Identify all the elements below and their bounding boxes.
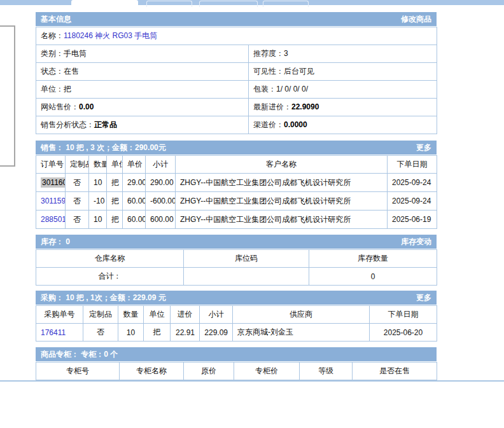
col-counter-name: 专柜名称 (120, 362, 184, 380)
web-price-value: 0.00 (79, 102, 94, 111)
sales-analysis-value: 正常品 (94, 120, 117, 129)
recommend-label: 推荐度： (253, 49, 284, 58)
status-cell: 状态：在售 (36, 63, 249, 81)
sales-summary: 销售： 10 把 , 3 次；金额：290.00元 (41, 142, 166, 153)
col-grade: 等级 (300, 362, 353, 380)
col-counter-no: 专柜号 (36, 362, 120, 380)
col-original-price: 原价 (184, 362, 234, 380)
counter-header: 商品专柜： 专柜：0 个 (36, 347, 437, 361)
inventory-total-row: 合计： 0 (36, 268, 437, 286)
col-price: 单价 (123, 156, 146, 174)
inventory-summary: 库存： 0 (41, 237, 70, 247)
tab-outline-2[interactable] (199, 1, 258, 7)
subtotal-cell: 600.00 (146, 211, 176, 229)
edit-product-link[interactable]: 修改商品 (401, 14, 431, 25)
channel-price-cell: 渠道价：0.0000 (249, 116, 437, 134)
tab-outline-1[interactable] (146, 1, 192, 7)
inventory-changes-link[interactable]: 库存变动 (401, 237, 431, 247)
col-date: 下单日期 (370, 306, 437, 324)
recommend-value: 3 (284, 49, 288, 58)
purchase-header: 采购： 10 把 , 1次；金额：229.09 元 更多 (36, 291, 437, 305)
table-row: 名称：1180246 神火 RG03 手电筒 (36, 27, 437, 45)
category-value: 手电筒 (64, 49, 87, 58)
purchase-more-link[interactable]: 更多 (416, 293, 431, 303)
visibility-value: 后台可见 (284, 67, 314, 76)
sales-row: 301160 否 10 把 29.00 290.00 ZHGY--中国航空工业集… (36, 174, 437, 192)
sales-analysis-cell: 销售分析状态：正常品 (36, 116, 249, 134)
sales-header: 销售： 10 把 , 3 次；金额：290.00元 更多 (36, 141, 437, 155)
qty-cell: -10 (89, 192, 107, 211)
table-row: 状态：在售 可见性：后台可见 (36, 63, 437, 81)
date-cell: 2025-09-24 (388, 174, 437, 192)
po-no-cell: 176411 (36, 324, 83, 342)
custom-cell: 否 (83, 324, 118, 342)
tab-active[interactable] (71, 0, 138, 5)
subtotal-cell: -600.00 (146, 192, 176, 211)
table-row: 单位：把 包装：1/ 0/ 0/ 0/ (36, 81, 437, 99)
sales-row: 301159 否 -10 把 60.00 -600.00 ZHGY--中国航空工… (36, 192, 437, 211)
col-qty: 数量 (89, 156, 107, 174)
inventory-table: 仓库名称 库位码 库存数量 合计： 0 (36, 249, 437, 286)
basic-info-table: 名称：1180246 神火 RG03 手电筒 类别：手电筒 推荐度：3 状态：在… (36, 27, 437, 134)
basic-info-header: 基本信息 修改商品 (36, 12, 437, 26)
sales-analysis-label: 销售分析状态： (41, 120, 94, 129)
purchase-table: 采购单号 定制品 数量 单位 进价 小计 供应商 下单日期 176411 否 1… (36, 305, 437, 342)
custom-cell: 否 (66, 174, 89, 192)
counter-header-row: 专柜号 专柜名称 原价 专柜价 等级 是否在售 (36, 362, 437, 380)
status-value: 在售 (64, 67, 79, 76)
counter-summary: 商品专柜： 专柜：0 个 (41, 349, 118, 360)
package-label: 包装： (253, 85, 276, 93)
col-date: 下单日期 (388, 156, 437, 174)
col-custom: 定制品 (66, 156, 89, 174)
col-qty: 数量 (118, 306, 144, 324)
counter-table: 专柜号 专柜名称 原价 专柜价 等级 是否在售 (36, 362, 437, 380)
inventory-header-row: 仓库名称 库位码 库存数量 (36, 250, 437, 268)
col-on-sale: 是否在售 (353, 362, 437, 380)
price-cell: 60.00 (123, 211, 146, 229)
visibility-cell: 可见性：后台可见 (249, 63, 437, 81)
unit-cell: 把 (107, 211, 123, 229)
top-tab-strip (0, 0, 504, 5)
po-no-link[interactable]: 176411 (41, 328, 66, 337)
table-row: 网站售价：0.00 最新进价：22.9090 (36, 99, 437, 116)
subtotal-cell: 229.09 (200, 324, 233, 342)
qty-cell: 10 (118, 324, 144, 342)
inventory-header: 库存： 0 库存变动 (36, 235, 437, 249)
sales-more-link[interactable]: 更多 (416, 142, 431, 153)
channel-price-label: 渠道价： (253, 120, 284, 129)
total-label-cell: 合计： (36, 268, 184, 286)
col-location: 库位码 (184, 250, 309, 268)
date-cell: 2025-06-19 (388, 211, 437, 229)
qty-cell: 10 (89, 211, 107, 229)
table-row: 销售分析状态：正常品 渠道价：0.0000 (36, 116, 437, 134)
order-no-selected[interactable]: 301160 (41, 177, 66, 188)
col-subtotal: 小计 (200, 306, 233, 324)
col-customer: 客户名称 (176, 156, 388, 174)
product-name-link[interactable]: 1180246 神火 RG03 手电筒 (64, 31, 157, 40)
supplier-cell: 京东商城-刘金玉 (233, 324, 370, 342)
price-cell: 29.00 (123, 174, 146, 192)
date-cell: 2025-09-24 (388, 192, 437, 211)
col-custom: 定制品 (83, 306, 118, 324)
product-name-cell: 名称：1180246 神火 RG03 手电筒 (36, 27, 437, 45)
order-no-link[interactable]: 288501 (41, 215, 66, 224)
web-price-label: 网站售价： (41, 102, 79, 111)
col-order-no: 订单号 (36, 156, 66, 174)
tab-outline-3[interactable] (263, 1, 309, 7)
latest-cost-cell: 最新进价：22.9090 (249, 99, 437, 116)
qty-cell: 10 (89, 174, 107, 192)
customer-cell: ZHGY--中国航空工业集团公司成都飞机设计研究所 (176, 174, 388, 192)
order-no-link[interactable]: 301159 (41, 197, 66, 205)
latest-cost-label: 最新进价： (253, 102, 291, 111)
category-cell: 类别：手电筒 (36, 45, 249, 63)
location-cell (184, 268, 309, 286)
purchase-row: 176411 否 10 把 22.91 229.09 京东商城-刘金玉 2025… (36, 324, 437, 342)
custom-cell: 否 (66, 211, 89, 229)
web-price-cell: 网站售价：0.00 (36, 99, 249, 116)
order-no-cell: 288501 (36, 211, 66, 229)
unit-cell: 把 (107, 192, 123, 211)
order-no-cell: 301159 (36, 192, 66, 211)
col-supplier: 供应商 (233, 306, 370, 324)
price-cell: 60.00 (123, 192, 146, 211)
custom-cell: 否 (66, 192, 89, 211)
